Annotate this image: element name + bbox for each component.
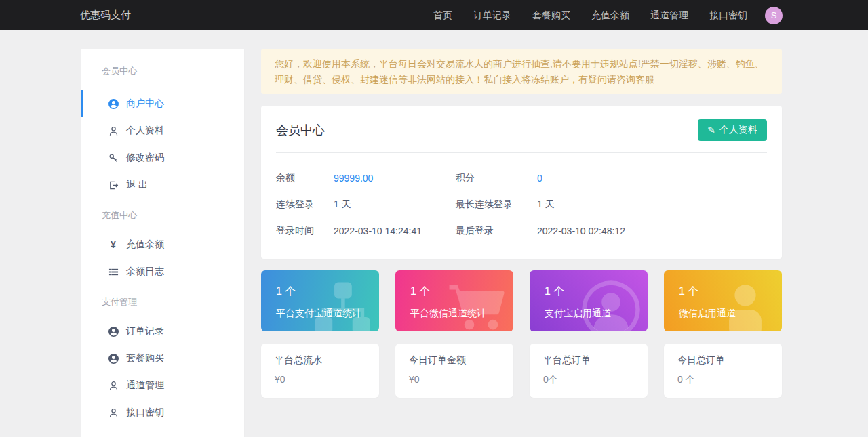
- stat-title: 今日订单金额: [409, 354, 500, 367]
- member-fields: 余额 99999.00 积分 0 连续登录 1 天 最长连续登录 1 天 登录时…: [276, 172, 767, 237]
- stat-title: 今日总订单: [677, 354, 768, 367]
- nav-item-packages[interactable]: 套餐购买: [532, 9, 570, 22]
- field-label-last-login: 最后登录: [456, 225, 537, 237]
- list-icon: [108, 266, 119, 277]
- sidebar-item-label: 订单记录: [126, 325, 164, 337]
- stat-value: ¥0: [275, 374, 366, 385]
- card-alipay-channel-stats: 1 个 平台支付宝通道统计: [261, 270, 379, 331]
- card-count: 1 个: [679, 285, 782, 299]
- gradient-cards-row: 1 个 平台支付宝通道统计 1 个 平台微信通道统计: [261, 270, 782, 331]
- edit-profile-label: 个人资料: [719, 124, 757, 136]
- pencil-icon: ✎: [707, 125, 715, 136]
- sidebar-item-label: 余额日志: [126, 266, 164, 278]
- nav-item-orders[interactable]: 订单记录: [473, 9, 511, 22]
- top-navbar: 优惠码支付 首页 订单记录 套餐购买 充值余额 通道管理 接口密钥 S: [0, 0, 868, 30]
- user-icon: [108, 125, 119, 136]
- sidebar-item-label: 修改密码: [126, 152, 164, 164]
- field-value-balance: 99999.00: [334, 173, 456, 184]
- nav-item-home[interactable]: 首页: [433, 9, 452, 22]
- card-label: 支付宝启用通道: [545, 308, 648, 320]
- logout-icon: [108, 180, 119, 190]
- nav-item-recharge[interactable]: 充值余额: [591, 9, 629, 22]
- page-title: 会员中心: [276, 122, 325, 138]
- user-icon: [108, 380, 119, 391]
- sidebar-item-label: 接口密钥: [126, 407, 164, 419]
- card-label: 平台支付宝通道统计: [276, 308, 379, 320]
- yen-icon: ¥: [108, 239, 119, 250]
- key-icon: [108, 152, 119, 163]
- field-label-longest-streak: 最长连续登录: [456, 199, 537, 211]
- brand-title: 优惠码支付: [80, 9, 131, 22]
- sidebar-item-package-purchase[interactable]: 套餐购买: [81, 345, 244, 372]
- sidebar-item-merchant-center[interactable]: 商户中心: [81, 90, 244, 117]
- sidebar-item-api-key[interactable]: 接口密钥: [81, 399, 244, 426]
- field-value-login-time: 2022-03-10 14:24:41: [334, 226, 456, 236]
- user-circle-icon: [108, 353, 119, 364]
- sidebar-item-change-password[interactable]: 修改密码: [81, 144, 244, 171]
- field-label-balance: 余额: [276, 172, 334, 184]
- user-circle-icon: [108, 326, 119, 337]
- sidebar-item-label: 充值余额: [126, 238, 164, 251]
- card-wechat-enabled-channels: 1 个 微信启用通道: [664, 270, 782, 331]
- sidebar-item-label: 个人资料: [126, 125, 164, 137]
- field-value-longest-streak: 1 天: [537, 199, 767, 211]
- stat-total-orders: 平台总订单 0个: [530, 344, 648, 398]
- stat-today-order-amount: 今日订单金额 ¥0: [395, 344, 513, 398]
- nav-item-channels[interactable]: 通道管理: [650, 9, 688, 22]
- card-count: 1 个: [276, 285, 379, 299]
- sidebar-section-payment: 支付管理: [81, 285, 244, 318]
- stat-total-turnover: 平台总流水 ¥0: [261, 344, 379, 398]
- edit-profile-button[interactable]: ✎ 个人资料: [698, 119, 767, 141]
- sidebar-item-recharge-balance[interactable]: ¥ 充值余额: [81, 231, 244, 258]
- sidebar-item-profile[interactable]: 个人资料: [81, 117, 244, 144]
- stat-value: ¥0: [409, 374, 500, 385]
- stat-today-total-orders: 今日总订单 0 个: [664, 344, 782, 398]
- field-value-points: 0: [537, 173, 767, 184]
- card-count: 1 个: [410, 285, 513, 299]
- avatar[interactable]: S: [765, 7, 783, 24]
- field-value-consecutive-logins: 1 天: [334, 199, 456, 211]
- nav-item-api-keys[interactable]: 接口密钥: [709, 9, 747, 22]
- sidebar-item-label: 商户中心: [126, 98, 164, 110]
- stat-title: 平台总订单: [543, 354, 634, 367]
- stat-cards-row: 平台总流水 ¥0 今日订单金额 ¥0 平台总订单 0个 今日总订单 0 个: [261, 344, 782, 398]
- sidebar-section-recharge: 充值中心: [81, 199, 244, 231]
- user-icon: [108, 407, 119, 418]
- card-count: 1 个: [545, 285, 648, 299]
- sidebar-item-label: 退 出: [126, 179, 148, 191]
- sidebar-item-logout[interactable]: 退 出: [81, 171, 244, 199]
- stat-title: 平台总流水: [275, 354, 366, 367]
- sidebar-item-balance-log[interactable]: 余额日志: [81, 258, 244, 285]
- sidebar-item-label: 通道管理: [126, 379, 164, 392]
- field-value-last-login: 2022-03-10 02:48:12: [537, 226, 767, 236]
- nav-links: 首页 订单记录 套餐购买 充值余额 通道管理 接口密钥: [433, 9, 747, 22]
- sidebar-item-channel-management[interactable]: 通道管理: [81, 372, 244, 399]
- card-wechat-channel-stats: 1 个 平台微信通道统计: [395, 270, 513, 331]
- member-center-card: 会员中心 ✎ 个人资料 余额 99999.00 积分 0 连续登录 1 天 最长…: [261, 106, 782, 259]
- member-card-header: 会员中心 ✎ 个人资料: [276, 119, 767, 153]
- field-label-login-time: 登录时间: [276, 225, 334, 237]
- field-label-consecutive-logins: 连续登录: [276, 199, 334, 211]
- notice-banner: 您好，欢迎使用本系统，平台每日会对交易流水大的商户进行抽查,请不要用于违规站点!…: [261, 49, 782, 94]
- main-content: 您好，欢迎使用本系统，平台每日会对交易流水大的商户进行抽查,请不要用于违规站点!…: [261, 49, 782, 437]
- stat-value: 0个: [543, 374, 634, 386]
- card-label: 平台微信通道统计: [410, 308, 513, 320]
- sidebar-section-member: 会员中心: [81, 54, 244, 87]
- sidebar-item-label: 套餐购买: [126, 352, 164, 365]
- card-label: 微信启用通道: [679, 308, 782, 320]
- sidebar-item-order-records[interactable]: 订单记录: [81, 318, 244, 345]
- field-label-points: 积分: [456, 172, 537, 184]
- card-alipay-enabled-channels: 1 个 支付宝启用通道: [530, 270, 648, 331]
- sidebar: 会员中心 商户中心 个人资料 修改密码 退 出 充值中心: [81, 49, 244, 437]
- user-circle-icon: [108, 98, 119, 109]
- stat-value: 0 个: [677, 374, 768, 386]
